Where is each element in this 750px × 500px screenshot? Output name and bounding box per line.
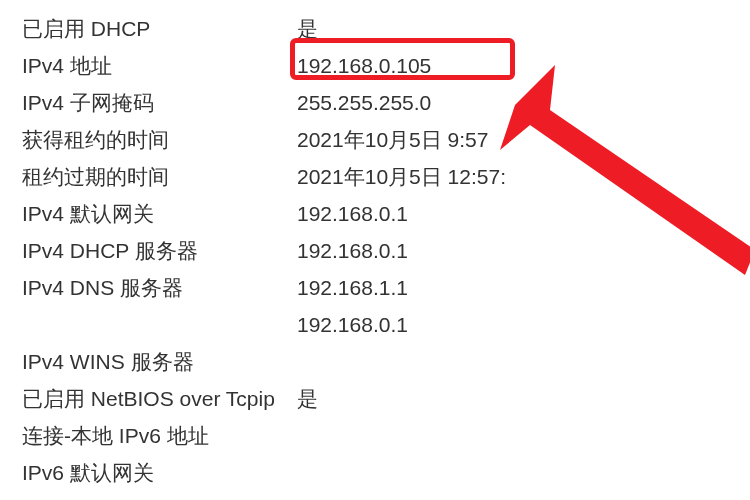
label-ipv4-dns: IPv4 DNS 服务器 <box>22 274 297 302</box>
label-netbios: 已启用 NetBIOS over Tcpip <box>22 385 297 413</box>
row-ipv4-address: IPv4 地址 192.168.0.105 <box>22 47 750 84</box>
label-dhcp-enabled: 已启用 DHCP <box>22 15 297 43</box>
value-ipv4-address: 192.168.0.105 <box>297 54 750 78</box>
label-ipv4-subnet: IPv4 子网掩码 <box>22 89 297 117</box>
value-dhcp-enabled: 是 <box>297 15 750 43</box>
row-netbios: 已启用 NetBIOS over Tcpip 是 <box>22 380 750 417</box>
value-ipv4-dns-1: 192.168.1.1 <box>297 276 750 300</box>
row-ipv4-subnet: IPv4 子网掩码 255.255.255.0 <box>22 84 750 121</box>
row-ipv4-dhcp-server: IPv4 DHCP 服务器 192.168.0.1 <box>22 232 750 269</box>
value-lease-obtained: 2021年10月5日 9:57 <box>297 126 750 154</box>
label-ipv6-gateway: IPv6 默认网关 <box>22 459 297 487</box>
label-ipv4-address: IPv4 地址 <box>22 52 297 80</box>
value-ipv4-subnet: 255.255.255.0 <box>297 91 750 115</box>
label-ipv6-local: 连接-本地 IPv6 地址 <box>22 422 297 450</box>
row-ipv6-gateway: IPv6 默认网关 <box>22 454 750 491</box>
label-ipv4-wins: IPv4 WINS 服务器 <box>22 348 297 376</box>
network-details-table: 已启用 DHCP 是 IPv4 地址 192.168.0.105 IPv4 子网… <box>0 0 750 491</box>
value-netbios: 是 <box>297 385 750 413</box>
row-lease-obtained: 获得租约的时间 2021年10月5日 9:57 <box>22 121 750 158</box>
row-ipv4-dns-2: 192.168.0.1 <box>22 306 750 343</box>
row-ipv4-dns-1: IPv4 DNS 服务器 192.168.1.1 <box>22 269 750 306</box>
row-ipv4-wins: IPv4 WINS 服务器 <box>22 343 750 380</box>
row-dhcp-enabled: 已启用 DHCP 是 <box>22 10 750 47</box>
label-lease-expires: 租约过期的时间 <box>22 163 297 191</box>
value-ipv4-dns-2: 192.168.0.1 <box>297 313 750 337</box>
value-lease-expires: 2021年10月5日 12:57: <box>297 163 750 191</box>
value-ipv4-dhcp-server: 192.168.0.1 <box>297 239 750 263</box>
row-ipv4-gateway: IPv4 默认网关 192.168.0.1 <box>22 195 750 232</box>
value-ipv4-gateway: 192.168.0.1 <box>297 202 750 226</box>
label-ipv4-gateway: IPv4 默认网关 <box>22 200 297 228</box>
label-ipv4-dhcp-server: IPv4 DHCP 服务器 <box>22 237 297 265</box>
row-ipv6-local: 连接-本地 IPv6 地址 <box>22 417 750 454</box>
label-lease-obtained: 获得租约的时间 <box>22 126 297 154</box>
row-lease-expires: 租约过期的时间 2021年10月5日 12:57: <box>22 158 750 195</box>
